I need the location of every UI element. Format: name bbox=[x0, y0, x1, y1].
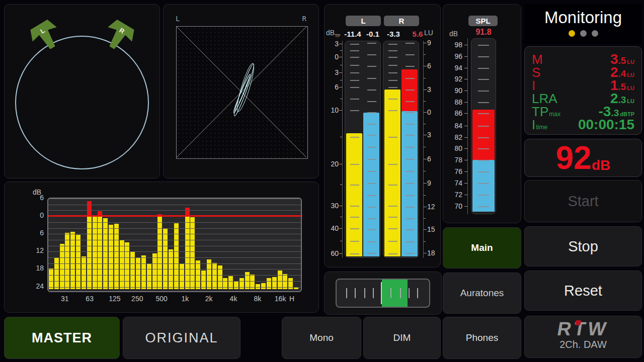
spl-scale-label: 86 bbox=[447, 109, 462, 117]
rta-y-axis: 606121824 bbox=[25, 182, 44, 313]
rta-gridline bbox=[48, 228, 301, 229]
meter-tick-dash bbox=[350, 99, 359, 100]
monitoring-header: Monitoring bbox=[524, 4, 642, 44]
spl-scale-label: 92 bbox=[447, 75, 462, 83]
level-fader-panel bbox=[324, 272, 442, 315]
meter-scale-minor-tick bbox=[424, 43, 426, 43]
page-dot[interactable] bbox=[592, 30, 598, 37]
meter-scale-minor-tick bbox=[424, 207, 426, 207]
rta-bar bbox=[157, 216, 162, 289]
page-dot[interactable] bbox=[569, 30, 575, 37]
meter-tick-dash bbox=[350, 57, 359, 58]
rta-bar bbox=[239, 278, 244, 289]
spl-tick-dash bbox=[478, 79, 489, 80]
meter-tick-dash bbox=[367, 78, 376, 79]
meter-scale-minor-tick bbox=[340, 206, 342, 206]
meter-tick-dash bbox=[406, 159, 415, 160]
meter-tick-dash bbox=[406, 89, 415, 90]
meter-scale-minor-tick bbox=[424, 241, 426, 242]
fader-tick bbox=[400, 288, 401, 298]
meter-scale-minor-tick bbox=[424, 78, 426, 78]
spl-tick-dash bbox=[478, 195, 489, 196]
stats-label-subscript: time bbox=[536, 124, 547, 131]
rta-spectrum-panel: dB 606121824 31631252505001k2k4k8k16kH bbox=[4, 182, 319, 313]
meter-tick-dash bbox=[350, 137, 359, 138]
rta-y-label: 6 bbox=[29, 194, 44, 202]
stats-unit: LU bbox=[627, 72, 634, 78]
meter-tick-dash bbox=[406, 207, 415, 208]
speaker-placement-panel: L R bbox=[4, 4, 160, 178]
rta-x-label: 31 bbox=[55, 295, 74, 303]
page-dot[interactable] bbox=[580, 30, 587, 37]
meter-tick-dash bbox=[367, 43, 376, 44]
spl-meter-panel: SPL 91.8 dB 9896949290888684828078767472… bbox=[443, 4, 521, 223]
goniometer-panel: L R bbox=[163, 4, 319, 178]
rta-gridline bbox=[48, 275, 301, 276]
main-output-button[interactable]: Main bbox=[443, 227, 521, 268]
speaker-left-label: L bbox=[29, 20, 57, 41]
meter-scale-minor-tick bbox=[340, 137, 342, 137]
meter-tick-dash bbox=[350, 87, 359, 88]
rta-bar bbox=[49, 268, 53, 289]
rta-bar bbox=[147, 263, 151, 289]
auratones-output-button[interactable]: Auratones bbox=[443, 273, 521, 314]
rta-gridline bbox=[48, 287, 301, 288]
spl-tick-dash bbox=[478, 113, 489, 114]
spl-tick-dash bbox=[478, 148, 489, 149]
meter-scale-minor-tick bbox=[424, 159, 426, 159]
meter-tick-dash bbox=[350, 80, 359, 81]
meter-tick-dash bbox=[350, 164, 359, 165]
rta-bar bbox=[185, 216, 190, 289]
spl-scale-label: 70 bbox=[447, 202, 462, 210]
meter-scale-minor-tick bbox=[424, 218, 426, 219]
phones-button[interactable]: Phones bbox=[443, 317, 521, 359]
rta-gridline bbox=[48, 246, 301, 246]
rta-bar bbox=[125, 242, 129, 289]
mono-button[interactable]: Mono bbox=[282, 317, 361, 359]
meter-scale-label: 3 bbox=[325, 68, 339, 76]
spl-big-value: 92 bbox=[556, 142, 592, 174]
meter-tp-value-r: -3.3 bbox=[381, 30, 406, 39]
fader-tick bbox=[417, 288, 418, 298]
spl-scale-tick bbox=[464, 195, 467, 195]
master-source-button[interactable]: MASTER bbox=[4, 317, 120, 359]
start-button[interactable]: Start bbox=[524, 180, 642, 222]
rtw-logo: RTW bbox=[556, 319, 610, 338]
stop-button[interactable]: Stop bbox=[524, 226, 642, 266]
goniometer-display bbox=[176, 26, 308, 159]
meter-tick-dash bbox=[388, 72, 397, 73]
rta-bar bbox=[261, 283, 266, 289]
meter-tick-dash bbox=[388, 65, 397, 66]
spl-scale-label: 78 bbox=[447, 156, 462, 164]
meter-tick-dash bbox=[406, 195, 415, 196]
rta-gridline bbox=[48, 199, 301, 199]
spl-tick-dash bbox=[478, 183, 489, 184]
rta-y-label: 18 bbox=[29, 264, 44, 272]
spl-scale-label: 80 bbox=[447, 144, 462, 152]
dim-button[interactable]: DIM bbox=[363, 317, 441, 359]
spl-scale-label: 98 bbox=[447, 41, 462, 49]
original-source-button[interactable]: ORIGINAL bbox=[123, 317, 240, 359]
rta-x-label: 63 bbox=[80, 295, 99, 303]
goniometer-trace bbox=[177, 27, 306, 157]
meter-scale-minor-tick bbox=[340, 99, 342, 99]
level-fader[interactable] bbox=[336, 279, 430, 308]
reset-button[interactable]: Reset bbox=[524, 270, 642, 311]
meter-scale-minor-tick bbox=[424, 124, 426, 124]
meter-tick-dash bbox=[388, 206, 397, 207]
meter-scale-label: 60 bbox=[325, 249, 339, 257]
rta-x-label: 2k bbox=[199, 295, 218, 303]
rta-bar bbox=[103, 218, 108, 289]
meter-tick-dash bbox=[388, 228, 397, 229]
spl-tick-dash bbox=[478, 45, 489, 46]
page-indicator-dots[interactable] bbox=[524, 30, 642, 37]
fader-tick bbox=[355, 288, 356, 298]
meter-scale-minor-tick bbox=[424, 171, 426, 171]
fader-center-tick bbox=[381, 282, 382, 304]
meter-tick-dash bbox=[350, 110, 359, 111]
meter-scale-minor-tick bbox=[424, 229, 426, 230]
meter-tick-dash bbox=[367, 218, 376, 219]
meter-tick-dash bbox=[367, 89, 376, 90]
spl-blue-bar bbox=[472, 160, 495, 212]
spl-tick-dash bbox=[478, 160, 489, 161]
